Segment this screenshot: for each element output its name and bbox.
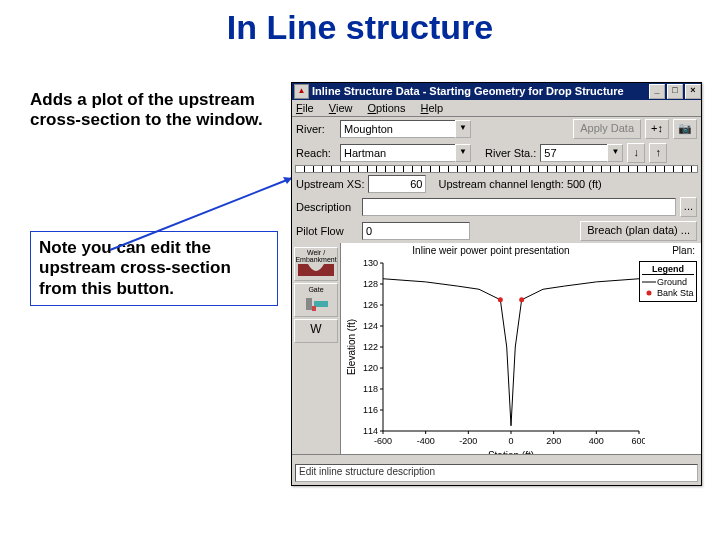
weir-embankment-button[interactable]: Weir / Embankment [294,247,338,281]
menu-file[interactable]: File [296,102,314,114]
svg-rect-2 [312,306,316,311]
camera-icon[interactable]: 📷 [673,119,697,139]
svg-text:122: 122 [363,342,378,352]
upstream-xs-label: Upstream XS: [296,178,364,190]
river-sta-dropdown[interactable]: ▼ [607,144,623,162]
plot-area[interactable]: Inline weir power point presentation Pla… [341,243,701,468]
legend-banksta: Bank Sta [642,288,694,298]
slide-title: In Line structure [0,8,720,47]
plot-title: Inline weir power point presentation [341,245,641,256]
svg-text:114: 114 [363,426,378,436]
svg-text:128: 128 [363,279,378,289]
legend-title: Legend [642,264,694,275]
menu-view[interactable]: View [329,102,353,114]
chart: 114116118120122124126128130-600-400-2000… [345,257,645,463]
maximize-button[interactable]: □ [667,84,683,99]
status-bar: Edit inline structure description [295,464,698,482]
close-button[interactable]: × [685,84,701,99]
nav-up-button[interactable]: ↑ [649,143,667,163]
description-field[interactable] [362,198,676,216]
upstream-length-label: Upstream channel length: 500 (ft) [438,178,601,190]
titlebar[interactable]: ▲ Inline Structure Data - Starting Geome… [292,83,701,100]
svg-text:400: 400 [589,436,604,446]
apply-data-button[interactable]: Apply Data [573,119,641,139]
add-icon[interactable]: +↕ [645,119,669,139]
river-label: River: [296,123,336,135]
upstream-xs-field[interactable]: 60 [368,175,426,193]
svg-text:200: 200 [546,436,561,446]
svg-rect-1 [314,301,328,307]
menubar: File View Options Help [292,100,701,117]
svg-text:-200: -200 [459,436,477,446]
river-sta-label: River Sta.: [485,147,536,159]
svg-text:Elevation (ft): Elevation (ft) [346,319,357,375]
menu-help[interactable]: Help [421,102,444,114]
svg-text:130: 130 [363,258,378,268]
reach-dropdown[interactable]: ▼ [455,144,471,162]
svg-text:600: 600 [631,436,645,446]
legend-ground: Ground [642,277,694,287]
svg-point-42 [519,297,524,302]
w-button[interactable]: W [294,319,338,343]
tool-column: Weir / Embankment Gate W [292,243,341,468]
inline-structure-window: ▲ Inline Structure Data - Starting Geome… [291,82,702,486]
pilot-flow-label: Pilot Flow [296,225,358,237]
nav-down-button[interactable]: ↓ [627,143,645,163]
app-icon: ▲ [294,84,309,99]
note-box: Note you can edit the upstream cross-sec… [30,231,278,306]
river-field[interactable]: Moughton [340,120,455,138]
breach-button[interactable]: Breach (plan data) ... [580,221,697,241]
reach-label: Reach: [296,147,336,159]
menu-options[interactable]: Options [368,102,406,114]
svg-text:0: 0 [508,436,513,446]
svg-point-41 [498,297,503,302]
pilot-flow-field[interactable]: 0 [362,222,470,240]
svg-text:-600: -600 [374,436,392,446]
river-dropdown[interactable]: ▼ [455,120,471,138]
svg-text:120: 120 [363,363,378,373]
window-title: Inline Structure Data - Starting Geometr… [312,83,647,100]
description-label: Description [296,201,358,213]
plot-plan-label: Plan: [672,245,695,256]
slide-paragraph-1: Adds a plot of the upstream cross-sectio… [30,90,280,131]
svg-point-4 [647,291,652,296]
minimize-button[interactable]: _ [649,84,665,99]
legend: Legend Ground Bank Sta [639,261,697,302]
reach-field[interactable]: Hartman [340,144,455,162]
river-sta-field[interactable]: 57 [540,144,607,162]
gate-button[interactable]: Gate [294,283,338,317]
description-more-button[interactable]: ... [680,197,697,217]
svg-text:118: 118 [363,384,378,394]
svg-rect-0 [306,298,312,310]
svg-text:124: 124 [363,321,378,331]
svg-text:126: 126 [363,300,378,310]
svg-text:-400: -400 [417,436,435,446]
slide-paragraph-2: Note you can edit the upstream cross-sec… [39,238,269,299]
ruler [295,165,698,173]
svg-text:116: 116 [363,405,378,415]
